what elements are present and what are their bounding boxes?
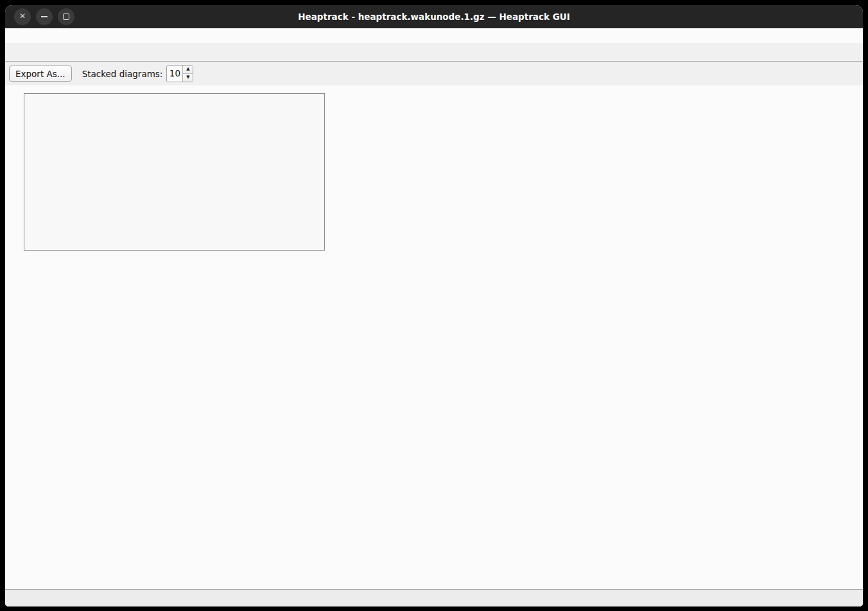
stacked-diagrams-spinbox[interactable]: 10 ▲ ▼ — [166, 65, 193, 82]
stacked-diagrams-label: Stacked diagrams: — [82, 69, 163, 79]
app-window: ✕ Heaptrack - heaptrack.wakunode.1.gz — … — [5, 5, 863, 607]
stacked-diagrams-value: 10 — [167, 66, 182, 82]
status-bar — [5, 589, 863, 607]
tab-bar — [5, 43, 863, 62]
consumed-chart — [5, 85, 863, 589]
export-as-button[interactable]: Export As... — [9, 66, 72, 82]
menu-bar — [5, 28, 863, 43]
toolbar: Export As... Stacked diagrams: 10 ▲ ▼ — [5, 62, 863, 85]
chart-legend — [24, 93, 325, 251]
spin-up-button[interactable]: ▲ — [183, 66, 193, 74]
spin-down-button[interactable]: ▼ — [183, 74, 193, 82]
window-title: Heaptrack - heaptrack.wakunode.1.gz — He… — [5, 5, 863, 28]
title-bar: ✕ Heaptrack - heaptrack.wakunode.1.gz — … — [5, 5, 863, 28]
